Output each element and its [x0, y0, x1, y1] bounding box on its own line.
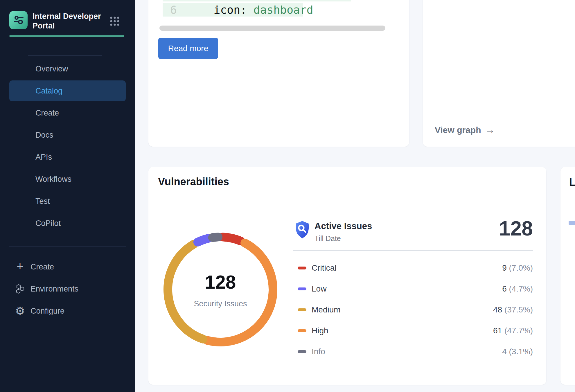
sidebar-item-create[interactable]: Create [9, 102, 126, 124]
legend-value: 61 (47.7%) [493, 326, 533, 335]
sidebar-item-test[interactable]: Test [9, 190, 126, 212]
critical-pill [298, 267, 306, 269]
sidebar-header: Internal Developer Portal [0, 0, 135, 37]
active-issues-subtitle: Till Date [315, 234, 341, 243]
sidebar-item-create-action[interactable]: + Create [0, 256, 135, 278]
info-pill [298, 350, 306, 353]
read-more-button[interactable]: Read more [158, 38, 218, 59]
legend-value: 6 (4.7%) [502, 284, 533, 294]
sidebar-item-copilot[interactable]: CoPilot [9, 212, 126, 234]
docs-preview-card: 6 icon: dashboard Read more [148, 0, 409, 147]
partial-card-title: L [569, 176, 575, 188]
legend-row-critical: Critical 9 (7.0%) [293, 262, 533, 274]
bottom-item-label: Environments [30, 285, 78, 294]
medium-pill [298, 308, 306, 311]
card-title: Vulnerabilities [158, 176, 229, 188]
donut-total: 128 [162, 271, 278, 293]
bottom-item-label: Create [30, 262, 54, 271]
code-line-6: 6 icon: dashboard [163, 3, 303, 17]
code-key: icon: [214, 3, 254, 16]
hexagons-icon [15, 283, 26, 294]
active-issues-title: Active Issues [315, 221, 372, 231]
high-pill [298, 329, 306, 332]
legend-row-low: Low 6 (4.7%) [293, 283, 533, 295]
bottom-item-label: Configure [30, 307, 64, 316]
apps-grid-icon[interactable] [110, 16, 120, 26]
view-graph-label: View graph [435, 125, 481, 135]
legend-label: Critical [312, 263, 337, 273]
gear-icon: ⚙ [15, 305, 26, 317]
code-line-number: 6 [170, 3, 177, 16]
legend-row-high: High 61 (47.7%) [293, 325, 533, 337]
partial-right-card: L [560, 167, 575, 385]
arrow-right-icon: → [485, 124, 495, 136]
donut-segment-info [213, 237, 218, 238]
app-title: Internal Developer Portal [33, 12, 105, 31]
legend-value: 48 (37.5%) [493, 305, 533, 314]
low-pill [298, 287, 306, 290]
sidebar-nav: Overview Catalog Create Docs APIs Workfl… [0, 58, 135, 234]
sidebar-item-workflows[interactable]: Workflows [9, 168, 126, 190]
donut-segment-critical [223, 237, 241, 241]
vulnerabilities-card: Vulnerabilities 128 Security Issues Acti… [148, 167, 546, 385]
legend-label: Info [312, 347, 325, 356]
sidebar-item-apis[interactable]: APIs [9, 146, 126, 168]
legend-label: Low [312, 284, 326, 294]
main-content: 6 icon: dashboard Read more View graph →… [135, 0, 575, 392]
view-graph-link[interactable]: View graph → [435, 124, 495, 136]
shield-search-icon [293, 220, 311, 239]
donut-segment-low [198, 238, 208, 242]
code-value: dashboard [254, 3, 313, 16]
legend-value: 4 (3.1%) [502, 347, 533, 356]
plus-icon: + [15, 261, 26, 272]
legend-row-medium: Medium 48 (37.5%) [293, 304, 533, 316]
summary-divider [293, 250, 533, 251]
sidebar-bottom-nav: + Create Environments ⚙ Configure [0, 256, 135, 322]
graph-card: View graph → [423, 0, 575, 147]
sliders-icon [13, 15, 24, 26]
app-logo[interactable] [9, 11, 28, 29]
code-text: icon: dashboard [194, 3, 313, 16]
security-donut-chart: 128 Security Issues [162, 231, 278, 348]
nav-divider [28, 55, 102, 56]
sidebar-item-environments[interactable]: Environments [0, 278, 135, 300]
partial-bar-chart-bar [569, 221, 575, 225]
bottom-divider [9, 247, 126, 247]
horizontal-scrollbar[interactable] [159, 26, 385, 31]
legend-label: High [312, 326, 328, 335]
sidebar-item-docs[interactable]: Docs [9, 124, 126, 146]
header-accent-line [9, 35, 124, 37]
legend-value: 9 (7.0%) [502, 263, 533, 273]
legend-row-info: Info 4 (3.1%) [293, 346, 533, 357]
sidebar-item-catalog[interactable]: Catalog [9, 80, 126, 101]
donut-sublabel: Security Issues [162, 299, 278, 308]
code-line-previous [163, 0, 351, 1]
sidebar-item-overview[interactable]: Overview [9, 58, 126, 80]
legend-label: Medium [312, 305, 341, 314]
sidebar-item-configure[interactable]: ⚙ Configure [0, 300, 135, 322]
active-issues-total: 128 [499, 217, 533, 240]
sidebar: Internal Developer Portal Overview Catal… [0, 0, 135, 392]
